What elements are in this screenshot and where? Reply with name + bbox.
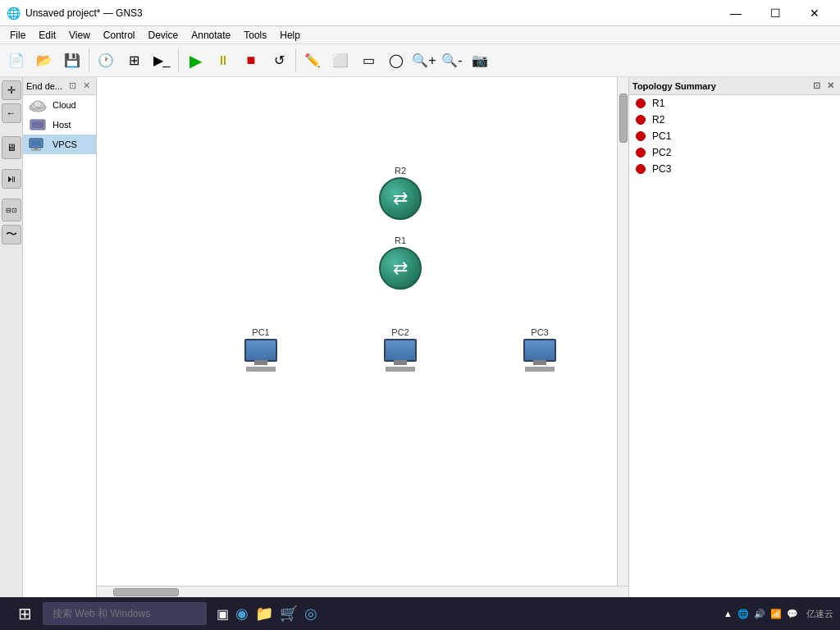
topology-header: Topology Summary ⊡ ✕ — [629, 77, 840, 95]
end-device-vpcs[interactable]: VPCS — [23, 135, 96, 154]
toolbar-start-button[interactable]: ▶ — [182, 48, 208, 74]
titlebar-controls: — ☐ ✕ — [717, 0, 833, 26]
taskbar-tray-network[interactable]: 🌐 — [737, 609, 749, 619]
taskbar-app-files[interactable]: 📁 — [255, 605, 273, 623]
nav-back-button[interactable]: ← — [2, 103, 21, 123]
titlebar: 🌐 Unsaved project* — GNS3 — ☐ ✕ — [0, 0, 840, 26]
topology-float-button[interactable]: ⊡ — [810, 80, 823, 91]
svg-rect-5 — [32, 121, 43, 128]
canvas-scrollbar-vertical[interactable] — [617, 77, 628, 586]
device-pc3-label: PC3 — [531, 327, 548, 337]
canvas-scrollbar-horizontal[interactable] — [97, 586, 628, 597]
end-device-cloud[interactable]: Cloud — [23, 95, 96, 115]
toolbar-switch-button[interactable]: ⬜ — [327, 48, 354, 74]
topo-status-pc3 — [636, 164, 646, 174]
end-device-host[interactable]: Host — [23, 115, 96, 135]
topo-label-r2: R2 — [652, 114, 664, 126]
menu-tools[interactable]: Tools — [237, 26, 273, 43]
device-r2-label: R2 — [395, 166, 406, 176]
topology-summary-panel: Topology Summary ⊡ ✕ R1 R2 PC1 PC2 PC3 — [628, 77, 840, 597]
taskbar-app-edge[interactable]: ◉ — [235, 605, 249, 623]
device-r2[interactable]: R2 ⇄ — [379, 166, 422, 220]
topology-item-pc1[interactable]: PC1 — [629, 128, 840, 144]
device-r1-label: R1 — [395, 235, 406, 245]
menu-annotate[interactable]: Annotate — [185, 26, 237, 43]
svg-rect-7 — [31, 140, 41, 146]
toolbar-new-button[interactable]: 📄 — [3, 48, 30, 74]
host-icon — [28, 117, 48, 132]
device-pc1-label: PC1 — [252, 327, 269, 337]
menu-view[interactable]: View — [62, 26, 97, 43]
toolbar-open-button[interactable]: 📂 — [31, 48, 57, 74]
toolbar-pause-button[interactable]: ⏸ — [210, 48, 236, 74]
toolbar-zoom-out-button[interactable]: 🔍- — [439, 48, 465, 74]
toolbar-stop-button[interactable]: ■ — [238, 48, 264, 74]
toolbar-edit-button[interactable]: ✏️ — [299, 48, 326, 74]
toolbar-console-all-button[interactable]: ⊞ — [121, 48, 147, 74]
close-button[interactable]: ✕ — [796, 0, 833, 26]
topology-title: Topology Summary — [632, 81, 716, 91]
end-devices-close-button[interactable]: ✕ — [80, 80, 93, 91]
menu-file[interactable]: File — [3, 26, 32, 43]
start-button[interactable]: ⊞ — [7, 599, 43, 628]
topo-status-pc2 — [636, 148, 646, 158]
canvas-area[interactable]: R2 ⇄ R1 ⇄ PC1 PC2 — [97, 77, 628, 597]
topology-item-r2[interactable]: R2 — [629, 112, 840, 128]
canvas-scroll-thumb-v[interactable] — [619, 94, 628, 143]
nav-snake-button[interactable]: 〜 — [2, 225, 21, 244]
toolbar-ellipse-button[interactable]: ◯ — [383, 48, 409, 74]
toolbar-screenshot-button[interactable]: 📷 — [467, 48, 493, 74]
toolbar-terminal-button[interactable]: ▶_ — [148, 48, 175, 74]
cloud-icon — [28, 98, 48, 112]
device-pc1[interactable]: PC1 — [241, 327, 281, 375]
minimize-button[interactable]: — — [717, 0, 755, 26]
device-pc2[interactable]: PC2 — [381, 327, 420, 375]
topo-label-pc2: PC2 — [652, 147, 671, 158]
taskbar-app-store[interactable]: 🛒 — [280, 605, 298, 623]
end-devices-float-button[interactable]: ⊡ — [66, 80, 79, 91]
taskbar-tray-msg[interactable]: 💬 — [787, 609, 798, 619]
end-devices-header: End de... ⊡ ✕ — [23, 77, 96, 95]
taskbar-app-taskview[interactable]: ▣ — [217, 606, 229, 622]
device-pc2-label: PC2 — [391, 327, 409, 337]
toolbar-separator-3 — [295, 49, 296, 72]
window-title: Unsaved project* — GNS3 — [25, 7, 143, 19]
end-devices-panel: End de... ⊡ ✕ Cloud — [23, 77, 97, 597]
taskbar-tray-arrow[interactable]: ▲ — [724, 609, 733, 619]
menu-edit[interactable]: Edit — [32, 26, 62, 43]
pc1-icon — [241, 339, 281, 375]
topology-item-pc3[interactable]: PC3 — [629, 161, 840, 177]
topo-label-pc1: PC1 — [652, 130, 671, 142]
nav-play-button[interactable]: ⏯ — [2, 169, 21, 189]
menu-help[interactable]: Help — [273, 26, 307, 43]
toolbar-reload-button[interactable]: ↺ — [266, 48, 292, 74]
host-label: Host — [52, 120, 71, 130]
toolbar-rect-button[interactable]: ▭ — [355, 48, 381, 74]
pc2-icon — [381, 339, 420, 375]
vpcs-icon — [28, 137, 48, 152]
canvas-scroll-thumb-h[interactable] — [113, 588, 179, 596]
menu-control[interactable]: Control — [97, 26, 142, 43]
nav-move-button[interactable]: ✛ — [2, 80, 21, 100]
topology-close-button[interactable]: ✕ — [824, 80, 837, 91]
maximize-button[interactable]: ☐ — [756, 0, 794, 26]
topology-item-r1[interactable]: R1 — [629, 95, 840, 112]
nav-prev-device-button[interactable]: ⊟⊡ — [2, 199, 21, 221]
device-r1[interactable]: R1 ⇄ — [379, 235, 422, 290]
toolbar-save-button[interactable]: 💾 — [59, 48, 85, 74]
left-nav: ✛ ← 🖥 ⏯ ⊟⊡ 〜 — [0, 77, 23, 597]
menu-device[interactable]: Device — [142, 26, 185, 43]
topo-status-r2 — [636, 115, 646, 125]
pc3-icon — [520, 339, 559, 375]
taskbar-right: ▲ 🌐 🔊 📶 💬 亿速云 — [724, 608, 833, 620]
taskbar-tray-volume[interactable]: 🔊 — [754, 609, 765, 619]
taskbar-search-input[interactable] — [43, 602, 207, 625]
device-pc3[interactable]: PC3 — [520, 327, 559, 375]
taskbar-app-gns3[interactable]: ◎ — [304, 605, 317, 623]
taskbar-tray-battery[interactable]: 📶 — [770, 609, 782, 619]
nav-monitor-button[interactable]: 🖥 — [2, 136, 21, 159]
toolbar-zoom-in-button[interactable]: 🔍+ — [411, 48, 437, 74]
topology-item-pc2[interactable]: PC2 — [629, 144, 840, 161]
taskbar-brand: 亿速云 — [806, 608, 833, 620]
toolbar-clock-button[interactable]: 🕐 — [93, 48, 119, 74]
